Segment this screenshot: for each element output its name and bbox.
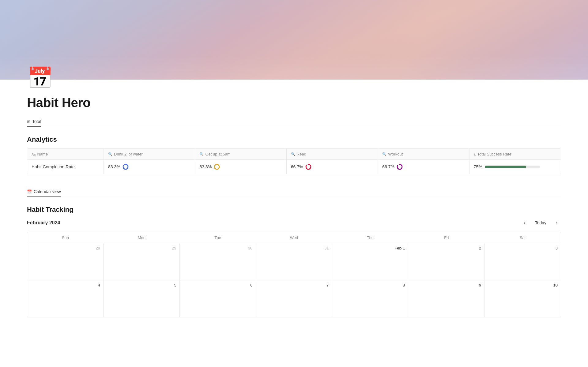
name-col-icon: Aa xyxy=(32,152,36,156)
col-drink-label: Drink 2l of water xyxy=(114,152,143,156)
workout-ring-container: 66.7% xyxy=(382,163,403,170)
hero-banner xyxy=(0,0,588,80)
table-header: Aa Name 🔍 Drink 2l of water 🔍 Get up at … xyxy=(27,149,561,160)
day-num-8: 8 xyxy=(335,283,405,287)
calendar-grid: Sun Mon Tue Wed Thu Fri Sat 28 29 xyxy=(27,232,561,317)
calendar-section: Habit Tracking February 2024 ‹ Today › S… xyxy=(27,206,561,317)
calendar-tab-icon: 📅 xyxy=(27,189,32,194)
day-headers: Sun Mon Tue Wed Thu Fri Sat xyxy=(27,232,561,243)
col-read: 🔍 Read xyxy=(287,149,378,159)
cell-read: 66.7% xyxy=(287,160,378,174)
habit-tracking-title: Habit Tracking xyxy=(27,206,561,214)
total-pct-text: 75% xyxy=(474,164,482,169)
col-getup: 🔍 Get up at 5am xyxy=(195,149,286,159)
col-name: Aa Name xyxy=(27,149,104,159)
calendar-week-1: 28 29 30 31 Feb 1 2 xyxy=(27,243,561,280)
cal-day-28[interactable]: 28 xyxy=(27,243,104,280)
cell-getup: 83.3% xyxy=(195,160,286,174)
cal-day-3[interactable]: 3 xyxy=(484,243,561,280)
tabs-bar: ⊞ Total xyxy=(27,116,561,127)
day-num-9: 9 xyxy=(411,283,481,287)
day-num-10: 10 xyxy=(488,283,558,287)
calendar-tab-label: Calendar view xyxy=(34,189,61,194)
day-num-31: 31 xyxy=(259,246,329,250)
svg-point-3 xyxy=(214,164,219,169)
drink-ring-svg xyxy=(122,163,129,170)
cal-day-10[interactable]: 10 xyxy=(484,280,561,317)
drink-pct-text: 83.3% xyxy=(108,164,120,169)
getup-col-icon: 🔍 xyxy=(199,152,204,156)
analytics-title: Analytics xyxy=(27,136,561,144)
drink-col-icon: 🔍 xyxy=(108,152,112,156)
tab-total[interactable]: ⊞ Total xyxy=(27,117,41,127)
total-progress-wrap: 75% xyxy=(474,164,556,169)
day-num-6: 6 xyxy=(183,283,253,287)
day-header-mon: Mon xyxy=(104,232,180,243)
cell-drink: 83.3% xyxy=(104,160,195,174)
cal-day-5[interactable]: 5 xyxy=(104,280,180,317)
getup-pct-text: 83.3% xyxy=(199,164,212,169)
tab-total-label: Total xyxy=(32,119,41,124)
day-header-fri: Fri xyxy=(408,232,484,243)
read-pct-text: 66.7% xyxy=(291,164,303,169)
workout-col-icon: 🔍 xyxy=(382,152,386,156)
col-workout: 🔍 Workout xyxy=(378,149,469,159)
day-header-wed: Wed xyxy=(256,232,332,243)
calendar-month: February 2024 xyxy=(27,220,60,226)
workout-pct-text: 66.7% xyxy=(382,164,394,169)
total-col-icon: Σ xyxy=(474,152,476,156)
col-workout-label: Workout xyxy=(388,152,403,156)
cell-row-name: Habit Completion Rate xyxy=(27,160,104,174)
tab-total-icon: ⊞ xyxy=(27,119,30,124)
getup-ring-svg xyxy=(213,163,220,170)
col-total: Σ Total Success Rate xyxy=(469,149,561,159)
read-ring-svg xyxy=(305,163,312,170)
prev-month-button[interactable]: ‹ xyxy=(520,219,529,227)
table-row: Habit Completion Rate 83.3% 83.3% xyxy=(27,160,561,174)
cal-day-4[interactable]: 4 xyxy=(27,280,104,317)
workout-ring-svg xyxy=(396,163,403,170)
getup-ring-container: 83.3% xyxy=(199,163,220,170)
day-num-4: 4 xyxy=(30,283,100,287)
tab-calendar[interactable]: 📅 Calendar view xyxy=(27,187,61,197)
cal-day-2[interactable]: 2 xyxy=(408,243,484,280)
progress-bar-fill xyxy=(485,166,526,168)
calendar-tabs-bar: 📅 Calendar view xyxy=(27,186,561,197)
read-ring-container: 66.7% xyxy=(291,163,312,170)
cal-day-feb1[interactable]: Feb 1 xyxy=(332,243,408,280)
calendar-week-2: 4 5 6 7 8 9 xyxy=(27,280,561,317)
col-name-label: Name xyxy=(37,152,48,156)
day-num-3: 3 xyxy=(488,246,558,250)
cal-day-7[interactable]: 7 xyxy=(256,280,332,317)
calendar-header: February 2024 ‹ Today › xyxy=(27,219,561,227)
cell-total: 75% xyxy=(469,160,561,174)
cal-day-31[interactable]: 31 xyxy=(256,243,332,280)
page-icon: 📅 xyxy=(27,67,51,92)
cal-day-30[interactable]: 30 xyxy=(180,243,256,280)
cal-day-6[interactable]: 6 xyxy=(180,280,256,317)
analytics-table: Aa Name 🔍 Drink 2l of water 🔍 Get up at … xyxy=(27,148,561,174)
cell-workout: 66.7% xyxy=(378,160,469,174)
day-num-feb1: Feb 1 xyxy=(335,246,405,250)
col-getup-label: Get up at 5am xyxy=(205,152,230,156)
day-num-28: 28 xyxy=(30,246,100,250)
calendar-nav: ‹ Today › xyxy=(520,219,561,227)
col-drink: 🔍 Drink 2l of water xyxy=(104,149,195,159)
day-num-7: 7 xyxy=(259,283,329,287)
col-total-label: Total Success Rate xyxy=(477,152,511,156)
day-header-tue: Tue xyxy=(180,232,256,243)
progress-bar-track xyxy=(485,166,540,168)
today-button[interactable]: Today xyxy=(533,219,549,227)
cal-day-29[interactable]: 29 xyxy=(104,243,180,280)
cal-day-9[interactable]: 9 xyxy=(408,280,484,317)
page-title: Habit Hero xyxy=(27,95,561,110)
day-num-29: 29 xyxy=(107,246,176,250)
day-num-5: 5 xyxy=(107,283,176,287)
drink-ring-container: 83.3% xyxy=(108,163,129,170)
calendar-weeks: 28 29 30 31 Feb 1 2 xyxy=(27,243,561,317)
next-month-button[interactable]: › xyxy=(552,219,561,227)
day-num-30: 30 xyxy=(183,246,253,250)
read-col-icon: 🔍 xyxy=(291,152,295,156)
cal-day-8[interactable]: 8 xyxy=(332,280,408,317)
day-header-thu: Thu xyxy=(332,232,408,243)
